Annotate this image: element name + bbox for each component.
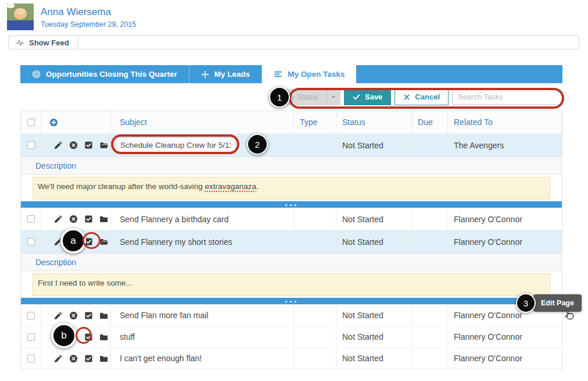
folder-open-icon[interactable] [99, 141, 109, 149]
annotation-red-circle-folder-open [83, 232, 101, 249]
complete-icon[interactable] [84, 141, 93, 149]
description-textarea[interactable]: First I need to write some... [33, 273, 550, 296]
type-cell [294, 305, 336, 326]
due-cell [412, 326, 448, 347]
resize-handle[interactable]: ▲▲▲ [21, 201, 562, 208]
pulse-icon [16, 38, 24, 47]
tab-label: My Leads [214, 70, 250, 79]
subject-cell: Send Flannery a birthday card [111, 208, 294, 230]
pencil-icon[interactable] [54, 311, 63, 320]
edit-page-button[interactable]: Edit Page [533, 294, 582, 312]
status-cell: Not Started [336, 208, 412, 230]
avatar [7, 3, 34, 30]
subject-cell: Send Flannery my short stories [111, 230, 294, 253]
description-header: Description [21, 156, 562, 175]
feed-bar: Show Feed [8, 35, 579, 49]
grip-icon: ▲▲▲ [285, 203, 299, 206]
row-checkbox[interactable] [27, 333, 35, 341]
due-cell [412, 208, 448, 230]
description-text: . [256, 182, 259, 191]
tab-my-leads[interactable]: My Leads [189, 65, 263, 83]
column-header-type[interactable]: Type [294, 111, 336, 133]
row-checkbox[interactable] [27, 312, 35, 319]
description-header: Description [21, 253, 562, 271]
type-cell [294, 348, 336, 369]
misspelled-word: extravaganaza [205, 182, 256, 191]
annotation-callout-1: 1 [269, 87, 290, 108]
subject-cell: Send Flan more fan mail [111, 305, 294, 326]
pencil-icon[interactable] [54, 141, 63, 149]
row-checkbox[interactable] [27, 215, 35, 223]
complete-icon[interactable] [84, 215, 93, 223]
tab-bar: Opportunities Closing This Quarter My Le… [20, 65, 562, 83]
row-checkbox[interactable] [27, 141, 35, 149]
pencil-icon[interactable] [54, 215, 63, 223]
annotation-callout-2: 2 [247, 134, 268, 155]
complete-icon[interactable] [84, 354, 93, 363]
tab-opportunities[interactable]: Opportunities Closing This Quarter [20, 65, 189, 83]
status-cell: Not Started [336, 348, 412, 369]
table-row: Send Flannery a birthday card Not Starte… [21, 208, 562, 230]
related-to-cell: Flannery O'Connor [448, 230, 562, 253]
delete-icon[interactable] [69, 215, 78, 223]
delete-icon[interactable] [69, 354, 78, 363]
delete-icon[interactable] [69, 311, 78, 320]
table-row: Not Started The Avengers [21, 133, 562, 156]
user-date: Tuesday September 29, 2015 [41, 20, 136, 29]
table-row: stuff Not Started Flannery O'Connor [21, 326, 562, 347]
folder-icon[interactable] [99, 215, 108, 223]
annotation-red-box-toolbar [289, 88, 564, 109]
related-to-cell: Flannery O'Connor [448, 326, 562, 347]
profile-header: Anna Wiersema Tuesday September 29, 2015 [7, 3, 136, 30]
column-header-related[interactable]: Related To [448, 111, 562, 133]
tasks-table: Subject Type Status Due Related To Not S… [20, 111, 562, 369]
subject-cell: I can't get enough flan! [111, 348, 294, 369]
annotation-red-box-subject-input [111, 134, 239, 154]
folder-open-icon[interactable] [99, 237, 109, 246]
tab-my-open-tasks[interactable]: My Open Tasks [262, 65, 356, 83]
page: Anna Wiersema Tuesday September 29, 2015… [0, 0, 588, 381]
column-header-status[interactable]: Status [336, 111, 412, 133]
status-cell: Not Started [336, 134, 412, 156]
show-feed-label: Show Feed [29, 38, 69, 47]
show-feed-button[interactable]: Show Feed [9, 36, 78, 49]
type-cell [294, 326, 336, 347]
due-cell [412, 348, 448, 369]
tab-label: My Open Tasks [288, 70, 345, 79]
column-header-subject[interactable]: Subject [111, 111, 294, 133]
due-cell [412, 305, 448, 326]
resize-handle[interactable]: ▲▲▲ [21, 298, 562, 304]
type-cell [294, 230, 336, 253]
due-cell [412, 230, 448, 253]
related-to-cell: The Avengers [448, 134, 562, 156]
grip-icon: ▲▲▲ [285, 300, 299, 303]
table-row: I can't get enough flan! Not Started Fla… [21, 347, 562, 369]
row-checkbox[interactable] [27, 355, 35, 362]
subject-cell: stuff [111, 326, 294, 347]
related-to-cell: Flannery O'Connor [448, 208, 562, 230]
description-section: We'll need major cleanup after the world… [21, 175, 562, 201]
status-cell: Not Started [336, 230, 412, 253]
select-all-checkbox[interactable] [27, 119, 35, 126]
folder-icon[interactable] [99, 354, 108, 363]
complete-icon[interactable] [84, 311, 93, 320]
move-icon [201, 70, 209, 79]
description-section: First I need to write some... [21, 271, 562, 298]
row-checkbox[interactable] [27, 238, 35, 245]
add-task-icon[interactable] [49, 118, 58, 127]
column-header-due[interactable]: Due [412, 111, 448, 133]
related-to-cell: Flannery O'Connor [448, 348, 562, 369]
pencil-icon[interactable] [54, 354, 63, 363]
hand-cursor-icon [562, 308, 576, 324]
table-row: Send Flan more fan mail Not Started Flan… [21, 304, 562, 326]
due-cell [412, 134, 448, 156]
delete-icon[interactable] [69, 141, 78, 149]
folder-icon[interactable] [99, 333, 108, 341]
folder-icon[interactable] [99, 311, 108, 320]
type-cell [294, 208, 336, 230]
description-text: We'll need major cleanup after the world… [38, 182, 205, 191]
type-cell [294, 134, 336, 156]
user-name: Anna Wiersema [41, 6, 136, 18]
table-row: Send Flannery my short stories Not Start… [21, 230, 562, 253]
description-textarea[interactable]: We'll need major cleanup after the world… [33, 177, 550, 200]
